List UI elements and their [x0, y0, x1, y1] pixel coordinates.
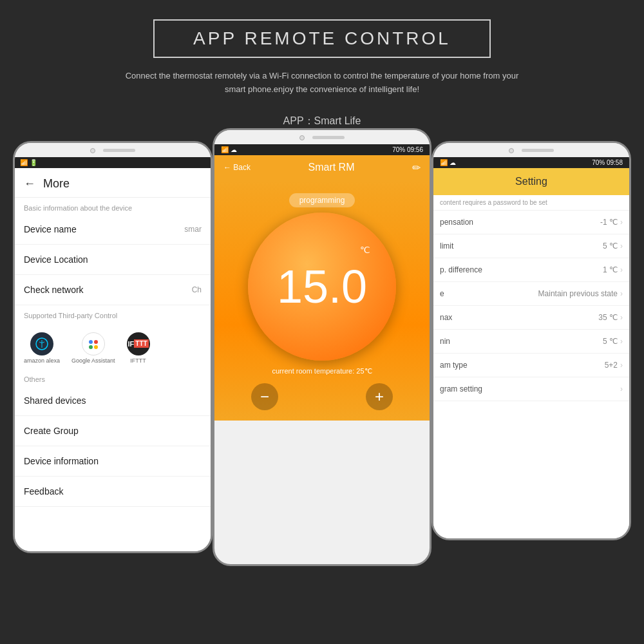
item4-value: Maintain previous state ›	[538, 289, 623, 298]
control-buttons: − +	[251, 383, 393, 410]
item8-label: gram setting	[440, 384, 482, 393]
device-name-value: smar	[184, 225, 202, 234]
setting-item-7[interactable]: am type 5+2 ›	[433, 354, 629, 377]
center-body: programming 15.0 ℃ current room temperat…	[214, 180, 430, 421]
item1-label: pensation	[440, 218, 473, 227]
right-header: Setting	[433, 168, 629, 195]
item3-value: 1 ℃ ›	[603, 265, 623, 274]
item3-label: p. difference	[440, 265, 482, 274]
ifttt-item[interactable]: IF TTT IFTTT	[127, 332, 150, 364]
third-party-icons: amazon alexa Google	[24, 332, 202, 364]
chevron-icon-4: ›	[620, 289, 623, 298]
programming-badge[interactable]: programming	[289, 193, 355, 207]
right-status-time: 70% 09:58	[592, 159, 623, 166]
ifttt-icon: IF TTT	[127, 332, 150, 355]
svg-point-1	[89, 340, 93, 344]
temperature-unit: ℃	[360, 245, 370, 255]
chevron-icon-8: ›	[620, 384, 623, 393]
feedback-label: Feedback	[24, 486, 63, 497]
ifttt-label: IFTTT	[130, 357, 146, 364]
setting-item-5[interactable]: nax 35 ℃ ›	[433, 306, 629, 330]
right-camera-dot	[509, 148, 514, 153]
plus-button[interactable]: +	[366, 383, 393, 410]
back-icon[interactable]: ←	[24, 177, 35, 191]
right-screen: Setting content requires a password to b…	[433, 168, 629, 539]
center-speaker-bar	[312, 136, 345, 139]
shared-devices-item[interactable]: Shared devices	[15, 386, 211, 416]
chevron-icon-5: ›	[620, 313, 623, 322]
chevron-icon-6: ›	[620, 337, 623, 346]
third-party-section: amazon alexa Google	[15, 322, 211, 369]
temperature-value: 15.0	[277, 263, 367, 310]
feedback-item[interactable]: Feedback	[15, 477, 211, 507]
item7-value: 5+2 ›	[605, 361, 623, 370]
svg-point-4	[94, 345, 98, 349]
setting-item-2[interactable]: limit 5 ℃ ›	[433, 234, 629, 258]
center-status-bar: 📶 ☁ 70% 09:56	[214, 144, 430, 155]
check-network-label: Check network	[24, 285, 84, 295]
item8-value: ›	[620, 384, 623, 393]
right-speaker-bar	[522, 149, 554, 152]
chevron-icon-3: ›	[620, 265, 623, 274]
title-box: APP REMOTE CONTROL	[153, 19, 491, 58]
center-edit-icon[interactable]: ✏	[412, 162, 421, 174]
setting-item-4[interactable]: e Maintain previous state ›	[433, 282, 629, 306]
item2-label: limit	[440, 242, 453, 251]
right-status-bar: 📶 ☁ 70% 09:58	[433, 157, 629, 168]
center-phone-top-bar	[214, 130, 430, 144]
svg-point-2	[94, 340, 98, 344]
alexa-item[interactable]: amazon alexa	[24, 332, 60, 364]
item6-value: 5 ℃ ›	[603, 337, 623, 346]
center-status-right: 70% 09:56	[392, 146, 423, 153]
app-label: APP：Smart Life	[283, 115, 361, 128]
chevron-icon: ›	[620, 218, 623, 227]
item2-value: 5 ℃ ›	[603, 242, 623, 251]
setting-item-3[interactable]: p. difference 1 ℃ ›	[433, 258, 629, 282]
center-back-button[interactable]: ← Back	[223, 163, 251, 172]
device-info-item[interactable]: Device information	[15, 446, 211, 477]
setting-item-1[interactable]: pensation -1 ℃ ›	[433, 211, 629, 234]
item1-value: -1 ℃ ›	[600, 218, 623, 227]
item6-label: nin	[440, 337, 450, 346]
left-phone-top-bar	[15, 143, 211, 157]
right-phone: 📶 ☁ 70% 09:58 Setting content requires a…	[431, 141, 631, 540]
setting-item-6[interactable]: nin 5 ℃ ›	[433, 330, 629, 354]
device-name-item[interactable]: Device name smar	[15, 214, 211, 245]
camera-dot	[90, 148, 95, 153]
chevron-icon-7: ›	[620, 361, 623, 370]
programming-badge-container: programming	[289, 185, 355, 213]
device-name-label: Device name	[24, 224, 77, 234]
left-phone: 📶 🔋 ← More Basic information about the d…	[13, 141, 213, 553]
center-phone: 📶 ☁ 70% 09:56 ← Back Smart RM ✏ programm…	[213, 128, 431, 566]
speaker-bar	[103, 149, 135, 152]
chevron-icon-2: ›	[620, 242, 623, 251]
subtitle: Connect the thermostat remotely via a Wi…	[126, 70, 519, 97]
device-location-label: Device Location	[24, 254, 88, 265]
check-network-item[interactable]: Check network Ch	[15, 275, 211, 305]
item7-label: am type	[440, 361, 468, 370]
svg-point-3	[89, 345, 93, 349]
left-screen: ← More Basic information about the devic…	[15, 168, 211, 552]
google-icon	[82, 332, 105, 355]
alexa-icon	[30, 332, 53, 355]
shared-devices-label: Shared devices	[24, 395, 86, 406]
center-status-left: 📶 ☁	[221, 146, 237, 153]
create-group-item[interactable]: Create Group	[15, 416, 211, 446]
temperature-circle: 15.0 ℃	[248, 213, 396, 361]
setting-title: Setting	[515, 176, 547, 187]
left-status-bar: 📶 🔋	[15, 157, 211, 168]
create-group-label: Create Group	[24, 426, 79, 436]
check-network-value: Ch	[192, 285, 202, 294]
device-info-label: Device information	[24, 456, 99, 466]
minus-button[interactable]: −	[251, 383, 278, 410]
item5-label: nax	[440, 313, 452, 322]
google-item[interactable]: Google Assistant	[71, 332, 115, 364]
center-camera-dot	[299, 135, 305, 140]
google-label: Google Assistant	[71, 357, 115, 364]
setting-item-8[interactable]: gram setting ›	[433, 377, 629, 401]
current-temp-label: current room temperature: 25℃	[272, 367, 372, 375]
alexa-label: amazon alexa	[24, 357, 60, 364]
third-party-section-label: Supported Third-party Control	[15, 305, 211, 322]
more-title: More	[43, 177, 70, 191]
device-location-item[interactable]: Device Location	[15, 245, 211, 275]
